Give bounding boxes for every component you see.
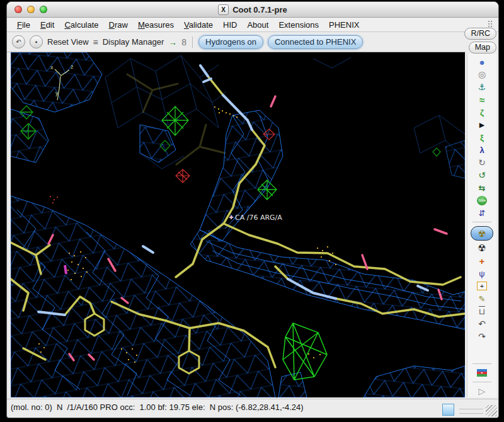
refine-residues-icon[interactable]: ζ	[467, 106, 496, 118]
run-script-icon[interactable]: ▷	[467, 385, 496, 397]
real-space-refine-icon[interactable]: ≈	[467, 93, 496, 106]
delete-item-icon[interactable]: ⊔	[467, 305, 496, 317]
auto-fit-rotamer-icon: ☢	[478, 229, 486, 239]
status-text: (mol. no: 0) N /1/A/160 PRO occ: 1.00 bf…	[11, 402, 304, 412]
window-title: Coot 0.7.1-pre	[232, 5, 287, 14]
menu-edit[interactable]: Edit	[35, 19, 59, 31]
stop-button[interactable]: ▪	[30, 35, 43, 48]
map-button[interactable]: Map	[469, 42, 496, 54]
recentre-view-icon[interactable]: ◎	[467, 68, 496, 81]
toolbar-separator	[192, 37, 193, 48]
stop-icon: ▪	[35, 38, 38, 45]
rotate-translate-icon[interactable]: ↻	[467, 156, 496, 169]
undo-view-button[interactable]: ↶	[12, 35, 25, 48]
flag-icon[interactable]: •	[467, 367, 496, 379]
menu-validate[interactable]: Validate	[179, 19, 218, 31]
magenta-marker	[65, 265, 66, 274]
menu-extensions[interactable]: Extensions	[273, 19, 324, 31]
corner-buttons: R/RC Map	[464, 28, 496, 54]
auto-fit-rotamer-button[interactable]: ☢	[471, 226, 493, 241]
rrc-button[interactable]: R/RC	[464, 28, 496, 40]
connected-to-phenix-button[interactable]: Connected to PHENIX	[268, 35, 363, 49]
rigid-body-fit-icon[interactable]: λ	[467, 144, 496, 156]
modelling-toolbar: ● ◎ ⚓ ≈ ζ ▶ ξ λ ↻ ↺ ⇆ Side ⇵ ☢ ☢ + ψ + ✎…	[467, 54, 496, 397]
accept-dialog-icon[interactable]: ▶	[467, 118, 496, 131]
menu-hid[interactable]: HID	[218, 19, 242, 31]
menu-measures[interactable]: Measures	[133, 19, 179, 31]
graphics-canvas[interactable]: x z y CA /76 ARG/A	[11, 52, 465, 397]
menu-phenix[interactable]: PHENIX	[324, 19, 364, 31]
side-chain-180-icon[interactable]: Side	[467, 194, 496, 207]
title-bar[interactable]: X Coot 0.7.1-pre	[7, 2, 498, 18]
undo-icon[interactable]: ↶	[467, 317, 496, 330]
rotamers-icon[interactable]: ☢	[467, 242, 496, 254]
axis-y-label: y	[55, 90, 59, 96]
menu-calculate[interactable]: Calculate	[59, 19, 103, 31]
status-indicator[interactable]	[442, 404, 454, 416]
regularize-zone-icon[interactable]: ξ	[467, 131, 496, 144]
display-manager-button[interactable]: Display Manager	[103, 37, 164, 47]
back-icon: ↶	[16, 38, 21, 45]
hydrogens-toggle-button[interactable]: Hydrogens on	[198, 35, 263, 49]
pointer-atom-icon[interactable]: +	[467, 280, 496, 292]
menu-about[interactable]: About	[242, 19, 273, 31]
jiggle-fit-icon[interactable]: ⇵	[467, 207, 496, 219]
axis-x-label: x	[50, 64, 54, 71]
toolbar-separator	[472, 222, 491, 222]
refine-sphere-icon[interactable]: ●	[467, 55, 496, 68]
canvas-3d-view[interactable]: x z y CA /76 ARG/A	[11, 52, 465, 397]
toolbar-separator	[472, 382, 491, 382]
menu-file[interactable]: File	[12, 19, 35, 31]
menu-bar: File Edit Calculate Draw Measures Valida…	[7, 18, 498, 32]
atom-label: CA /76 ARG/A	[235, 214, 282, 222]
reset-view-button[interactable]: Reset View	[47, 37, 89, 47]
flip-peptide-icon[interactable]: ⇆	[467, 181, 496, 194]
redo-icon[interactable]: ↷	[467, 330, 496, 343]
mutate-residue-icon[interactable]: +	[467, 254, 496, 267]
window-title-area: X Coot 0.7.1-pre	[7, 2, 498, 17]
axis-z-label: z	[71, 64, 74, 70]
menu-draw[interactable]: Draw	[104, 19, 133, 31]
screen: X Coot 0.7.1-pre File Edit Calculate Dra…	[0, 0, 504, 422]
anchor-atom-icon[interactable]: ⚓	[467, 81, 496, 93]
add-alt-conf-icon[interactable]: ψ	[467, 267, 496, 280]
red-dots	[50, 196, 58, 203]
simple-mutate-icon[interactable]: ✎	[467, 292, 496, 305]
coot-window: X Coot 0.7.1-pre File Edit Calculate Dra…	[6, 1, 499, 418]
edit-chi-angles-icon[interactable]: ↺	[467, 169, 496, 181]
density-mesh-blue	[11, 52, 465, 397]
molecule-icon[interactable]: 8	[181, 37, 186, 47]
go-to-atom-icon[interactable]: →	[168, 37, 177, 47]
resize-grip[interactable]	[486, 405, 497, 416]
display-manager-icon: ≡	[93, 37, 98, 47]
toolbar-separator	[472, 363, 491, 364]
x11-app-icon: X	[218, 4, 229, 15]
main-toolbar: ↶ ▪ Reset View ≡ Display Manager → 8 Hyd…	[7, 32, 466, 52]
status-bar: (mol. no: 0) N /1/A/160 PRO occ: 1.00 bf…	[7, 399, 498, 415]
grip-lines	[459, 409, 483, 414]
